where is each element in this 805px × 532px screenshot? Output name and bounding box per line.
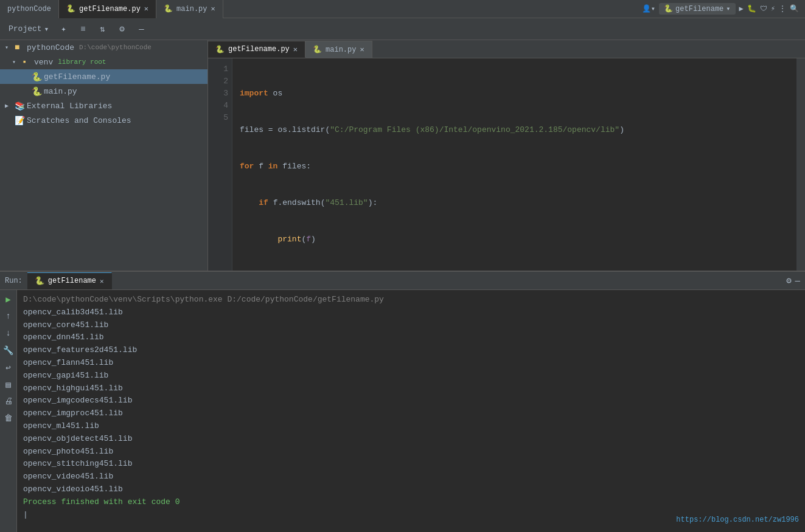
- profile-button[interactable]: ⚡: [771, 4, 775, 13]
- hide-button[interactable]: —: [133, 21, 150, 38]
- hide-icon: —: [139, 24, 144, 34]
- run-panel-play-icon: ▶: [5, 294, 10, 305]
- expand-all-button[interactable]: ⇅: [94, 21, 111, 38]
- main-tab-label: main.py: [176, 5, 207, 13]
- code-line-1: import os: [240, 88, 789, 100]
- main-tab-close[interactable]: ✕: [211, 4, 215, 13]
- output-line-12: opencv_stitching451.lib: [23, 458, 799, 471]
- line-num-4: 4: [212, 100, 228, 112]
- bottom-hide-icon[interactable]: —: [795, 276, 800, 286]
- search-top-icon[interactable]: 🔍: [790, 4, 799, 13]
- title-bar: pythonCode 🐍 getFilename.py ✕ 🐍 main.py …: [0, 0, 805, 18]
- sidebar-item-scratches[interactable]: 📝 Scratches and Consoles: [0, 113, 207, 128]
- process-line: Process finished with exit code 0: [23, 496, 799, 509]
- code-editor: 1 2 3 4 5 import os files = os.listdir("…: [208, 58, 805, 271]
- clear-button[interactable]: 🗑: [2, 412, 15, 425]
- scroll-up-icon: ↑: [5, 311, 10, 321]
- bottom-panel-tools: ⚙ —: [786, 275, 805, 286]
- output-line-1: opencv_core451.lib: [23, 319, 799, 332]
- debug-button[interactable]: 🐛: [747, 4, 756, 13]
- project-label-text: Project: [9, 24, 42, 33]
- code-line-5: print(f): [240, 233, 789, 246]
- title-tab-getfilename[interactable]: 🐍 getFilename.py ✕: [59, 0, 156, 18]
- editor-tab-main[interactable]: 🐍 main.py ✕: [305, 41, 372, 58]
- getfilename-tab-label: getFilename.py: [79, 5, 141, 13]
- editor-tab-main-icon: 🐍: [313, 45, 322, 54]
- line-num-2: 2: [212, 75, 228, 88]
- run-output: D:\code\pythonCode\venv\Scripts\python.e…: [17, 290, 805, 532]
- sidebar-item-getfilename[interactable]: 🐍 getFilename.py: [0, 69, 207, 84]
- code-line-3: for f in files:: [240, 161, 789, 173]
- output-line-13: opencv_video451.lib: [23, 471, 799, 483]
- title-tab-main[interactable]: 🐍 main.py ✕: [156, 0, 223, 18]
- output-line-3: opencv_features2d451.lib: [23, 344, 799, 357]
- editor-tab-main-close[interactable]: ✕: [360, 45, 364, 54]
- pythoncode-path: D:\code\pythonCode: [79, 44, 152, 51]
- sidebar-item-mainpy[interactable]: 🐍 main.py: [0, 84, 207, 98]
- code-line-4: if f.endswith("451.lib"):: [240, 197, 789, 209]
- bottom-tab-close[interactable]: ✕: [100, 277, 104, 285]
- user-icon[interactable]: 👤▾: [642, 4, 655, 13]
- wrench-button[interactable]: 🔧: [2, 344, 15, 357]
- mainpy-python-icon: 🐍: [32, 86, 41, 97]
- title-tabs: pythonCode 🐍 getFilename.py ✕ 🐍 main.py …: [0, 0, 223, 18]
- output-line-7: opencv_imgcodecs451.lib: [23, 395, 799, 407]
- run-config-label: getFilename: [675, 5, 723, 13]
- collapse-all-icon: ≡: [80, 24, 85, 34]
- sidebar-item-external-libraries[interactable]: ▶ 📚 External Libraries: [0, 98, 207, 113]
- right-gutter: [796, 58, 805, 271]
- editor-tab-getfilename-close[interactable]: ✕: [293, 45, 298, 54]
- editor-tab-getfilename[interactable]: 🐍 getFilename.py ✕: [208, 41, 305, 58]
- bottom-panel: Run: 🐍 getFilename ✕ ⚙ — ▶ ↑ ↓ 🔧: [0, 271, 805, 532]
- main-toolbar: Project ▾ ✦ ≡ ⇅ ⚙ —: [0, 18, 805, 40]
- getfilename-tab-close[interactable]: ✕: [144, 4, 148, 13]
- settings-icon: ⚙: [119, 24, 124, 34]
- run-button[interactable]: ▶: [739, 4, 744, 13]
- line-num-1: 1: [212, 63, 228, 75]
- sidebar-item-venv[interactable]: ▾ ▪ venv library root: [0, 55, 207, 69]
- run-button-panel[interactable]: ▶: [2, 292, 15, 306]
- venv-label: venv: [34, 58, 53, 67]
- print-button[interactable]: 🖨: [2, 395, 15, 408]
- venv-folder-icon: ▪: [22, 57, 32, 67]
- settings-button[interactable]: ⚙: [113, 21, 130, 38]
- output-line-10: opencv_objdetect451.lib: [23, 433, 799, 446]
- code-content[interactable]: import os files = os.listdir("C:/Program…: [232, 58, 796, 271]
- csdn-link[interactable]: https://blog.csdn.net/zw1996: [676, 514, 799, 526]
- scratch-icon: 📝: [15, 116, 24, 126]
- venv-badge: library root: [58, 58, 106, 66]
- mainpy-label: main.py: [44, 87, 77, 96]
- line-numbers: 1 2 3 4 5: [208, 58, 232, 271]
- run-sidebar: ▶ ↑ ↓ 🔧 ↩ ▤ 🖨 🗑: [0, 290, 17, 532]
- output-line-11: opencv_photo451.lib: [23, 446, 799, 458]
- run-label-text: Run:: [0, 277, 27, 285]
- run-panel-content: ▶ ↑ ↓ 🔧 ↩ ▤ 🖨 🗑: [0, 290, 805, 532]
- scroll-down-button[interactable]: ↓: [2, 326, 15, 340]
- sidebar-item-pythoncode[interactable]: ▾ ■ pythonCode D:\code\pythonCode: [0, 40, 207, 55]
- project-chevron-icon: ▾: [44, 24, 49, 34]
- line-num-5: 5: [212, 112, 228, 124]
- editor-area: 🐍 getFilename.py ✕ 🐍 main.py ✕ 1 2 3 4 5…: [208, 40, 805, 271]
- editor-tabs: 🐍 getFilename.py ✕ 🐍 main.py ✕: [208, 40, 805, 58]
- more-button[interactable]: ⋮: [779, 4, 786, 13]
- run-config[interactable]: 🐍 getFilename ▾: [659, 3, 735, 15]
- add-content-button[interactable]: ✦: [55, 21, 72, 38]
- pythoncode-label: pythonCode: [7, 5, 51, 13]
- collapse-all-button[interactable]: ≡: [74, 21, 91, 38]
- main-content: ▾ ■ pythonCode D:\code\pythonCode ▾ ▪ ve…: [0, 40, 805, 271]
- filter-button[interactable]: ▤: [2, 378, 15, 391]
- clear-icon: 🗑: [4, 413, 13, 423]
- editor-tab-getfilename-label: getFilename.py: [228, 45, 290, 54]
- bottom-tab-getfilename[interactable]: 🐍 getFilename ✕: [27, 272, 112, 289]
- title-tab-pythoncode[interactable]: pythonCode: [0, 0, 59, 18]
- add-content-icon: ✦: [61, 24, 66, 34]
- wrap-button[interactable]: ↩: [2, 361, 15, 374]
- ext-lib-label: External Libraries: [27, 102, 112, 111]
- coverage-button[interactable]: 🛡: [760, 4, 767, 13]
- scroll-up-button[interactable]: ↑: [2, 309, 15, 323]
- bottom-settings-icon[interactable]: ⚙: [786, 275, 791, 286]
- project-dropdown[interactable]: Project ▾: [5, 24, 52, 34]
- filter-icon: ▤: [5, 379, 10, 390]
- command-line: D:\code\pythonCode\venv\Scripts\python.e…: [23, 294, 799, 306]
- output-line-9: opencv_ml451.lib: [23, 420, 799, 433]
